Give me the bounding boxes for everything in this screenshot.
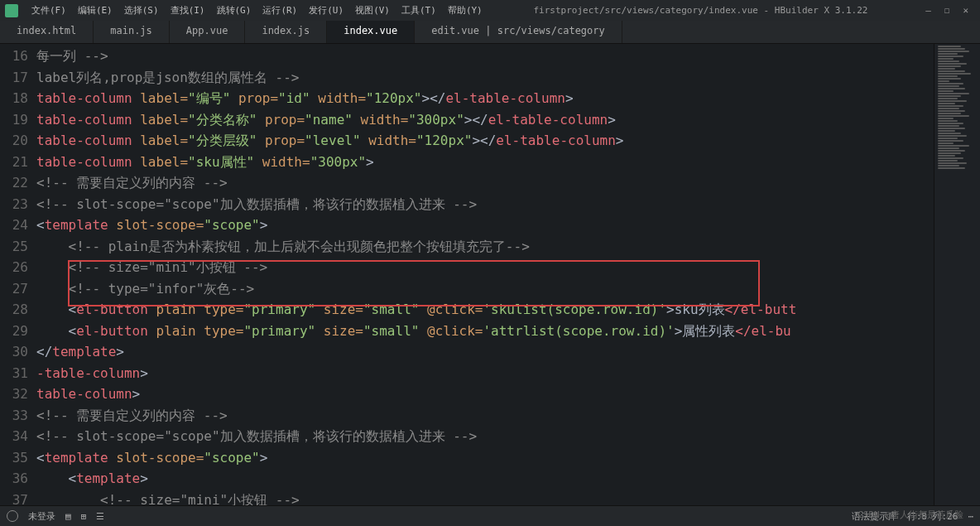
- line-number: 29: [0, 321, 28, 342]
- tab-main-js[interactable]: main.js: [94, 21, 170, 43]
- line-number: 27: [0, 278, 28, 300]
- line-number: 30: [0, 341, 28, 363]
- line-number: 18: [0, 88, 28, 109]
- line-number: 24: [0, 215, 28, 236]
- close-icon[interactable]: ✕: [963, 5, 968, 16]
- tab-edit-vue[interactable]: edit.vue | src/views/category: [415, 21, 622, 43]
- titlebar: 文件(F) 编辑(E) 选择(S) 查找(I) 跳转(G) 运行(R) 发行(U…: [0, 0, 980, 21]
- line-number: 34: [0, 426, 28, 447]
- line-number: 16: [0, 46, 28, 67]
- tab-index-html[interactable]: index.html: [0, 21, 94, 43]
- maximize-icon[interactable]: ☐: [944, 5, 950, 16]
- line-number: 23: [0, 194, 28, 215]
- window-title: firstproject/src/views/category/index.vu…: [488, 5, 914, 16]
- minimap[interactable]: [934, 44, 980, 505]
- list-icon[interactable]: ☰: [96, 511, 104, 522]
- line-number: 20: [0, 130, 28, 152]
- minimize-icon[interactable]: —: [925, 5, 931, 16]
- line-number: 22: [0, 172, 28, 194]
- watermark: CSDN @唐人街都是苦瓜脸: [858, 509, 963, 521]
- tab-index-js[interactable]: index.js: [245, 21, 327, 43]
- line-number: 31: [0, 363, 28, 384]
- line-number: 17: [0, 67, 28, 89]
- tab-bar: index.html main.js App.vue index.js inde…: [0, 21, 980, 44]
- editor-main: 16 17 18 19 20 21 22 23 24 25 26 27 28 2…: [0, 44, 980, 505]
- menu-tools[interactable]: 工具(T): [396, 2, 441, 18]
- login-status[interactable]: 未登录: [28, 510, 55, 523]
- code-editor[interactable]: 每一列 --> label列名,prop是json数组的属性名 --> tabl…: [36, 44, 934, 505]
- terminal-icon[interactable]: ▤: [65, 511, 71, 522]
- app-logo-icon: [5, 4, 18, 17]
- menu-find[interactable]: 查找(I): [166, 2, 210, 18]
- menu-view[interactable]: 视图(V): [350, 2, 395, 18]
- menu-help[interactable]: 帮助(Y): [443, 2, 488, 18]
- menu-bar: 文件(F) 编辑(E) 选择(S) 查找(I) 跳转(G) 运行(R) 发行(U…: [23, 2, 488, 18]
- menu-publish[interactable]: 发行(U): [304, 2, 348, 18]
- line-number: 25: [0, 236, 28, 258]
- line-number: 32: [0, 384, 28, 405]
- tab-index-vue[interactable]: index.vue: [327, 21, 415, 43]
- more-icon[interactable]: ⋯: [968, 511, 973, 522]
- line-number: 35: [0, 447, 28, 469]
- line-number: 19: [0, 109, 28, 131]
- menu-file[interactable]: 文件(F): [26, 2, 71, 18]
- grid-icon[interactable]: ⊞: [81, 511, 87, 522]
- line-number: 36: [0, 468, 28, 490]
- line-number: 26: [0, 257, 28, 278]
- menu-edit[interactable]: 编辑(E): [73, 2, 118, 18]
- line-number-gutter: 16 17 18 19 20 21 22 23 24 25 26 27 28 2…: [0, 44, 36, 505]
- line-number: 28: [0, 299, 28, 321]
- user-icon[interactable]: [7, 510, 18, 522]
- window-controls: — ☐ ✕: [914, 5, 980, 16]
- menu-select[interactable]: 选择(S): [119, 2, 164, 18]
- menu-run[interactable]: 运行(R): [257, 2, 302, 18]
- tab-app-vue[interactable]: App.vue: [170, 21, 246, 43]
- status-bar: 未登录 ▤ ⊞ ☰ 语法提示库 行:8 列:26 ⋯: [0, 505, 980, 526]
- line-number: 33: [0, 405, 28, 427]
- line-number: 21: [0, 152, 28, 173]
- menu-goto[interactable]: 跳转(G): [212, 2, 257, 18]
